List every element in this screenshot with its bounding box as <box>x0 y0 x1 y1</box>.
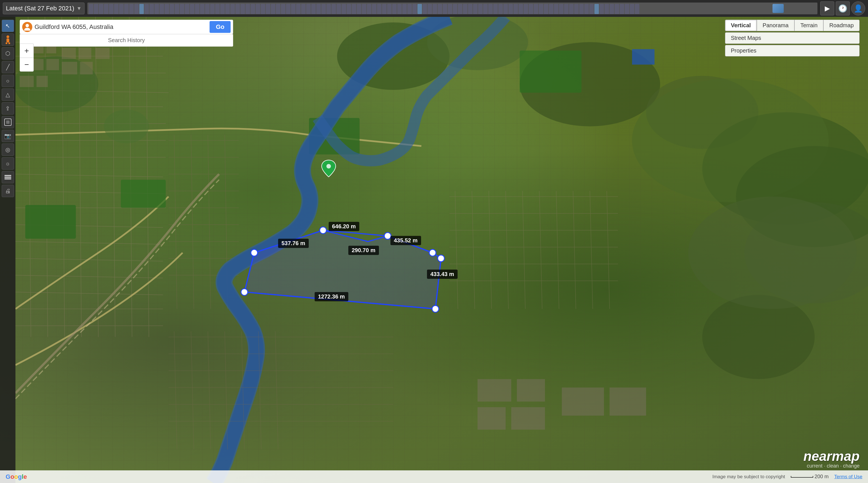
map-container[interactable]: 646.20 m 537.76 m 290.70 m 435.52 m 433.… <box>0 0 868 483</box>
svg-rect-122 <box>6 42 7 44</box>
svg-line-37 <box>208 135 211 309</box>
svg-line-94 <box>590 191 593 309</box>
map-type-controls: Vertical Panorama Terrain Roadmap Street… <box>725 20 860 57</box>
map-type-panorama[interactable]: Panorama <box>757 20 795 31</box>
date-selector[interactable]: Latest (Sat 27 Feb 2021) ▼ <box>3 3 85 14</box>
map-svg-overlay <box>0 0 868 483</box>
svg-rect-55 <box>36 76 48 87</box>
search-input[interactable] <box>35 23 210 31</box>
svg-line-108 <box>275 331 278 449</box>
svg-rect-64 <box>520 51 582 93</box>
go-button[interactable]: Go <box>210 21 230 33</box>
svg-point-74 <box>320 227 327 234</box>
svg-point-75 <box>384 232 391 239</box>
tool-triangle[interactable]: △ <box>2 89 14 101</box>
map-type-terrain[interactable]: Terrain <box>795 20 823 31</box>
svg-rect-58 <box>95 48 110 59</box>
tool-location[interactable]: ◎ <box>2 143 14 156</box>
svg-line-90 <box>523 191 525 309</box>
svg-line-24 <box>129 17 132 337</box>
svg-rect-116 <box>562 388 604 416</box>
zoom-in-button[interactable]: + <box>20 43 34 58</box>
clock-icon: 🕐 <box>838 4 847 13</box>
svg-rect-121 <box>6 38 9 42</box>
tool-line[interactable]: ╱ <box>2 61 14 73</box>
user-button[interactable]: 👤 <box>851 1 865 15</box>
svg-line-14 <box>16 275 163 278</box>
svg-rect-54 <box>20 76 34 87</box>
svg-rect-113 <box>517 379 545 401</box>
top-toolbar: Latest (Sat 27 Feb 2021) ▼ <box>0 0 868 17</box>
clock-button[interactable]: 🕐 <box>836 1 850 15</box>
tool-pegman[interactable] <box>2 33 14 46</box>
search-history[interactable]: Search History <box>20 34 233 46</box>
svg-point-120 <box>6 35 9 38</box>
svg-line-8 <box>16 174 163 177</box>
svg-rect-56 <box>62 48 76 59</box>
timeline-bar[interactable] <box>87 3 817 14</box>
svg-line-12 <box>16 242 163 244</box>
play-button[interactable]: ▶ <box>820 1 834 15</box>
zoom-controls: + − <box>20 43 34 72</box>
terms-link[interactable]: Terms of Use <box>834 474 862 480</box>
search-avatar[interactable] <box>22 22 32 32</box>
tool-3d[interactable] <box>2 116 14 128</box>
svg-line-22 <box>95 17 98 337</box>
svg-rect-126 <box>4 178 11 180</box>
svg-point-119 <box>327 164 331 168</box>
svg-rect-60 <box>80 62 93 74</box>
svg-rect-118 <box>632 49 654 65</box>
svg-rect-114 <box>477 407 506 430</box>
svg-line-25 <box>146 17 149 337</box>
nearmap-tagline: current · clean · change <box>803 463 860 469</box>
tool-layers[interactable] <box>2 171 14 183</box>
date-label: Latest (Sat 27 Feb 2021) <box>6 5 74 12</box>
svg-point-47 <box>104 109 149 143</box>
scale-bar: 200 m <box>791 474 829 480</box>
svg-rect-57 <box>79 48 91 59</box>
svg-rect-125 <box>6 121 9 124</box>
nearmap-watermark: nearmap current · clean · change <box>803 450 860 469</box>
svg-line-95 <box>607 191 610 309</box>
svg-rect-61 <box>25 205 76 239</box>
google-logo: Google <box>6 473 27 480</box>
svg-point-79 <box>241 289 248 295</box>
tool-select[interactable]: ↖ <box>2 20 14 32</box>
left-toolbar: ↖ ⬡ ╱ ○ △ ⇪ 📷 ◎ ☼ 🖨 <box>0 17 16 483</box>
date-dropdown-icon: ▼ <box>76 6 82 11</box>
scale-label: 200 m <box>815 474 829 480</box>
svg-line-23 <box>112 17 115 337</box>
svg-rect-127 <box>4 176 11 178</box>
svg-rect-52 <box>34 59 43 70</box>
map-type-vertical[interactable]: Vertical <box>725 20 757 31</box>
svg-rect-53 <box>46 59 59 70</box>
svg-point-76 <box>429 249 436 256</box>
svg-point-111 <box>688 197 857 309</box>
street-maps-button[interactable]: Street Maps <box>725 32 860 44</box>
copyright-text: Image may be subject to copyright <box>712 474 785 480</box>
svg-line-91 <box>539 191 542 309</box>
svg-line-86 <box>455 191 458 309</box>
svg-line-88 <box>489 191 492 309</box>
map-type-roadmap[interactable]: Roadmap <box>823 20 860 31</box>
svg-line-93 <box>573 191 576 309</box>
svg-rect-59 <box>62 62 77 74</box>
svg-point-73 <box>251 249 257 256</box>
tool-share[interactable]: ⇪ <box>2 102 14 115</box>
tool-brightness[interactable]: ☼ <box>2 157 14 170</box>
user-icon: 👤 <box>854 4 863 13</box>
svg-rect-112 <box>477 379 511 401</box>
svg-rect-117 <box>610 388 646 416</box>
zoom-out-button[interactable]: − <box>20 58 34 72</box>
svg-line-89 <box>506 191 508 309</box>
svg-line-104 <box>208 331 211 449</box>
timeline-thumb[interactable] <box>773 4 784 13</box>
properties-button[interactable]: Properties <box>725 45 860 57</box>
tool-camera[interactable]: 📷 <box>2 130 14 142</box>
tool-circle[interactable]: ○ <box>2 75 14 87</box>
tool-polygon[interactable]: ⬡ <box>2 47 14 60</box>
tool-print[interactable]: 🖨 <box>2 185 14 197</box>
svg-line-36 <box>191 135 194 309</box>
svg-line-87 <box>472 191 475 309</box>
svg-rect-128 <box>4 175 11 176</box>
